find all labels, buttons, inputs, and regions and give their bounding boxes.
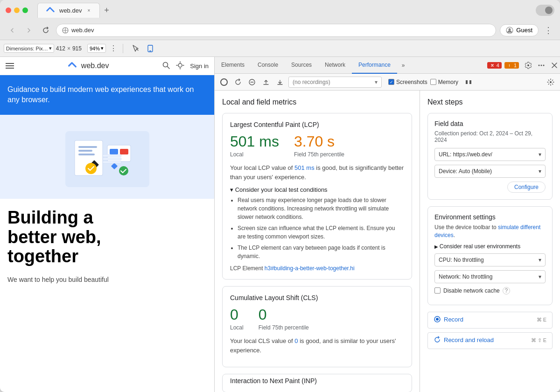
svg-point-32 [539, 64, 540, 66]
tab-bar: web.dev × + [37, 3, 532, 18]
browser-tab[interactable]: web.dev × [37, 3, 100, 18]
download-button[interactable] [274, 77, 286, 88]
guest-profile-button[interactable]: Guest [500, 24, 539, 36]
recording-settings-button[interactable] [545, 77, 556, 88]
field-data-card: Field data Collection period: Oct 2, 202… [427, 113, 553, 200]
svg-rect-29 [103, 161, 121, 163]
address-bar[interactable]: web.dev [56, 24, 496, 37]
screenshots-checkbox[interactable]: ✓ [388, 79, 394, 85]
inspect-element-icon[interactable] [131, 43, 142, 54]
cls-local-value: 0 [230, 306, 244, 323]
record-button-content: Record [434, 315, 463, 324]
svg-point-2 [509, 28, 511, 30]
toolbar-more-button[interactable]: ⋮ [108, 43, 119, 54]
title-bar: web.dev × + [0, 0, 560, 21]
lcp-local-value: 501 ms [230, 133, 279, 150]
refresh-button[interactable] [39, 24, 52, 37]
lcp-element-link[interactable]: h3#building-a-better-web-together.hi [265, 265, 355, 272]
browser-menu-button[interactable]: ⋮ [542, 23, 554, 37]
env-settings-title: Environment settings [434, 213, 546, 221]
next-steps-panel: Next steps Field data Collection period:… [420, 91, 560, 392]
web-hero-section: Guidance to build modern web experiences… [0, 75, 214, 115]
svg-rect-37 [469, 80, 471, 84]
maximize-traffic-light[interactable] [22, 7, 28, 13]
web-signin-link[interactable]: Sign in [190, 63, 209, 70]
traffic-lights [6, 7, 28, 13]
record-dot-button[interactable] [218, 77, 230, 88]
tab-more-button[interactable]: » [397, 57, 410, 74]
svg-point-33 [541, 64, 542, 66]
rec-toolbar-icon[interactable] [463, 77, 474, 88]
record-reload-button[interactable]: Record and reload ⌘ ⇧ E [427, 332, 553, 349]
device-toolbar-icon[interactable] [145, 43, 156, 54]
upload-button[interactable] [260, 77, 272, 88]
tab-network[interactable]: Network [318, 57, 352, 74]
memory-checkbox[interactable] [430, 79, 436, 85]
device-dropdown-arrow: ▾ [539, 168, 541, 175]
web-hamburger[interactable] [6, 63, 14, 69]
forward-button[interactable] [22, 24, 35, 37]
svg-text:!: ! [509, 64, 510, 67]
dt-main-content: Local and field metrics Largest Contentf… [215, 91, 560, 392]
cpu-dropdown[interactable]: CPU: No throttling ▾ [434, 253, 546, 266]
tab-sources[interactable]: Sources [285, 57, 318, 74]
devtools-close-button[interactable] [549, 60, 560, 71]
new-tab-button[interactable]: + [100, 4, 113, 17]
clear-button[interactable] [246, 77, 258, 88]
memory-section: Memory [430, 79, 458, 85]
webpage-preview: web.dev Sign in Guidance to build modern… [0, 57, 215, 392]
tab-performance[interactable]: Performance [352, 57, 397, 74]
cls-local-group: 0 Local [230, 306, 244, 331]
recordings-dropdown[interactable]: (no recordings) ▾ [288, 77, 382, 88]
lcp-card: Largest Contentful Paint (LCP) 501 ms Lo… [222, 113, 412, 280]
inp-card: Interaction to Next Paint (INP) [222, 374, 412, 392]
back-button[interactable] [6, 24, 19, 37]
cls-local-label: Local [230, 324, 244, 331]
address-icon [62, 27, 69, 34]
metrics-title: Local and field metrics [222, 98, 412, 106]
network-dropdown[interactable]: Network: No throttling ▾ [434, 270, 546, 283]
lcp-bullet-2: Screen size can influence what the LCP e… [238, 224, 404, 241]
devtools-dimension-toolbar: Dimensions: Pix… ▾ 412 × 915 94% ▾ ⋮ [0, 40, 560, 57]
record-button[interactable]: Record ⌘ E [427, 312, 553, 329]
configure-button[interactable]: Configure [507, 182, 546, 193]
tab-elements[interactable]: Elements [215, 57, 251, 74]
reload-record-button[interactable] [232, 77, 244, 88]
web-theme-icon[interactable] [176, 61, 184, 71]
field-data-subtitle: Collection period: Oct 2, 2024 – Oct 29,… [434, 130, 546, 143]
devtools-more-button[interactable] [536, 60, 547, 71]
simulate-devices-link[interactable]: simulate different devices [434, 224, 540, 238]
url-dropdown[interactable]: URL: https://web.dev/ ▾ [434, 148, 546, 161]
lcp-local-label: Local [230, 151, 279, 158]
dimension-preset-dropdown[interactable]: Dimensions: Pix… ▾ [4, 44, 54, 53]
lcp-element-section: LCP Element h3#building-a-better-web-tog… [230, 265, 404, 272]
minimize-traffic-light[interactable] [14, 7, 20, 13]
lcp-description: Your local LCP value of 501 ms is good, … [230, 163, 404, 182]
cls-field-label: Field 75th percentile [259, 324, 309, 331]
device-dropdown[interactable]: Device: Auto (Mobile) ▾ [434, 165, 546, 178]
guest-label: Guest [516, 27, 532, 34]
devtools-settings-button[interactable] [523, 60, 534, 71]
lcp-values: 501 ms Local 3.70 s Field 75th percentil… [230, 133, 404, 158]
disable-cache-help-icon[interactable]: ? [503, 287, 510, 294]
lcp-field-label: Field 75th percentile [294, 151, 344, 158]
tab-close-button[interactable]: × [85, 7, 92, 14]
warning-icon: ! [507, 63, 512, 68]
lcp-title: Largest Contentful Paint (LCP) [230, 121, 404, 128]
tab-console[interactable]: Console [251, 57, 285, 74]
browser-window: web.dev × + web.dev Guest ⋮ [0, 0, 560, 392]
error-icon [490, 63, 495, 68]
close-traffic-light[interactable] [6, 7, 11, 13]
lcp-considerations-title[interactable]: Consider your local test conditions [230, 186, 404, 193]
web-search-icon[interactable] [162, 61, 170, 71]
zoom-dropdown[interactable]: 94% ▾ [87, 44, 106, 53]
svg-point-38 [550, 81, 552, 83]
webdev-logo: web.dev [67, 61, 109, 71]
record-icon [434, 315, 441, 323]
checkbox-check-icon: ✓ [390, 80, 393, 84]
window-controls [536, 5, 554, 16]
cpu-dropdown-arrow: ▾ [539, 257, 541, 263]
svg-line-9 [168, 66, 170, 69]
disable-cache-checkbox[interactable] [434, 287, 441, 294]
consider-env-toggle[interactable]: Consider real user environments [434, 243, 546, 250]
